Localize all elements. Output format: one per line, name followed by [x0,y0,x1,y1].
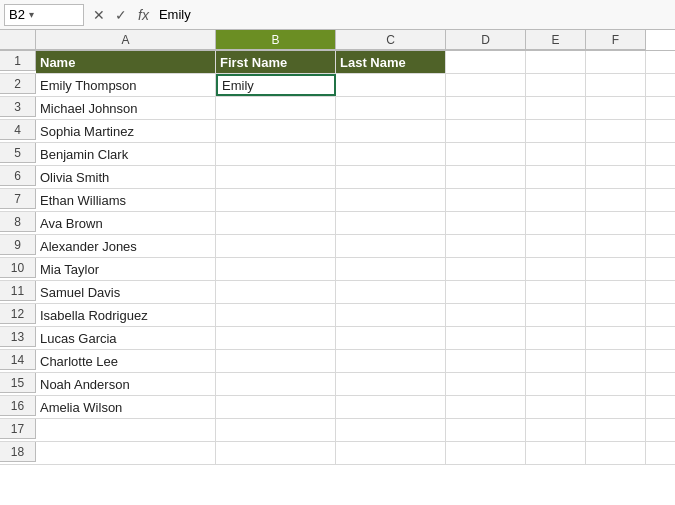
cell-7-A[interactable]: Ethan Williams [36,189,216,211]
cell-17-E[interactable] [526,419,586,441]
cell-14-A[interactable]: Charlotte Lee [36,350,216,372]
cell-14-B[interactable] [216,350,336,372]
cell-11-D[interactable] [446,281,526,303]
cell-15-E[interactable] [526,373,586,395]
cell-8-F[interactable] [586,212,646,234]
cell-17-C[interactable] [336,419,446,441]
cell-13-D[interactable] [446,327,526,349]
cell-3-E[interactable] [526,97,586,119]
cell-14-F[interactable] [586,350,646,372]
col-header-A[interactable]: A [36,30,216,50]
cell-ref-dropdown-arrow[interactable]: ▾ [29,9,34,20]
cell-6-F[interactable] [586,166,646,188]
cell-1-C[interactable]: Last Name [336,51,446,73]
cell-1-F[interactable] [586,51,646,73]
cell-11-B[interactable] [216,281,336,303]
cell-14-C[interactable] [336,350,446,372]
col-header-D[interactable]: D [446,30,526,50]
cell-10-B[interactable] [216,258,336,280]
cell-2-D[interactable] [446,74,526,96]
cell-7-C[interactable] [336,189,446,211]
cell-10-F[interactable] [586,258,646,280]
cell-13-F[interactable] [586,327,646,349]
col-header-F[interactable]: F [586,30,646,50]
cell-12-F[interactable] [586,304,646,326]
cell-8-A[interactable]: Ava Brown [36,212,216,234]
cell-5-E[interactable] [526,143,586,165]
cell-1-B[interactable]: First Name [216,51,336,73]
cell-1-E[interactable] [526,51,586,73]
cell-13-E[interactable] [526,327,586,349]
cell-9-F[interactable] [586,235,646,257]
cell-12-C[interactable] [336,304,446,326]
cell-5-C[interactable] [336,143,446,165]
confirm-icon[interactable]: ✓ [112,5,130,25]
cell-17-D[interactable] [446,419,526,441]
cell-16-D[interactable] [446,396,526,418]
cell-12-E[interactable] [526,304,586,326]
cell-3-B[interactable] [216,97,336,119]
cell-7-B[interactable] [216,189,336,211]
cell-1-D[interactable] [446,51,526,73]
cell-2-A[interactable]: Emily Thompson [36,74,216,96]
cell-15-A[interactable]: Noah Anderson [36,373,216,395]
cell-5-F[interactable] [586,143,646,165]
cell-9-A[interactable]: Alexander Jones [36,235,216,257]
cell-13-C[interactable] [336,327,446,349]
cell-4-A[interactable]: Sophia Martinez [36,120,216,142]
cell-17-A[interactable] [36,419,216,441]
cell-9-B[interactable] [216,235,336,257]
cell-9-C[interactable] [336,235,446,257]
cell-2-C[interactable] [336,74,446,96]
cell-12-A[interactable]: Isabella Rodriguez [36,304,216,326]
cell-10-A[interactable]: Mia Taylor [36,258,216,280]
cell-18-E[interactable] [526,442,586,464]
cell-4-E[interactable] [526,120,586,142]
cell-1-A[interactable]: Name [36,51,216,73]
cell-10-C[interactable] [336,258,446,280]
cell-17-B[interactable] [216,419,336,441]
cell-11-F[interactable] [586,281,646,303]
cell-5-A[interactable]: Benjamin Clark [36,143,216,165]
cell-18-A[interactable] [36,442,216,464]
cell-12-B[interactable] [216,304,336,326]
cancel-icon[interactable]: ✕ [90,5,108,25]
cell-11-A[interactable]: Samuel Davis [36,281,216,303]
col-header-B[interactable]: B [216,30,336,50]
cell-16-A[interactable]: Amelia Wilson [36,396,216,418]
cell-9-D[interactable] [446,235,526,257]
cell-4-C[interactable] [336,120,446,142]
cell-3-D[interactable] [446,97,526,119]
cell-2-F[interactable] [586,74,646,96]
cell-14-D[interactable] [446,350,526,372]
cell-14-E[interactable] [526,350,586,372]
cell-8-D[interactable] [446,212,526,234]
cell-16-F[interactable] [586,396,646,418]
cell-5-D[interactable] [446,143,526,165]
cell-15-C[interactable] [336,373,446,395]
col-header-C[interactable]: C [336,30,446,50]
cell-6-C[interactable] [336,166,446,188]
cell-5-B[interactable] [216,143,336,165]
cell-10-E[interactable] [526,258,586,280]
cell-4-B[interactable] [216,120,336,142]
cell-18-B[interactable] [216,442,336,464]
col-header-E[interactable]: E [526,30,586,50]
cell-9-E[interactable] [526,235,586,257]
cell-3-F[interactable] [586,97,646,119]
cell-10-D[interactable] [446,258,526,280]
cell-7-E[interactable] [526,189,586,211]
cell-15-F[interactable] [586,373,646,395]
cell-15-B[interactable] [216,373,336,395]
cell-13-A[interactable]: Lucas Garcia [36,327,216,349]
cell-6-A[interactable]: Olivia Smith [36,166,216,188]
cell-4-D[interactable] [446,120,526,142]
cell-6-D[interactable] [446,166,526,188]
cell-3-A[interactable]: Michael Johnson [36,97,216,119]
cell-11-E[interactable] [526,281,586,303]
cell-3-C[interactable] [336,97,446,119]
cell-16-B[interactable] [216,396,336,418]
cell-18-D[interactable] [446,442,526,464]
cell-2-B[interactable]: Emily [216,74,336,96]
formula-input[interactable] [155,7,671,22]
